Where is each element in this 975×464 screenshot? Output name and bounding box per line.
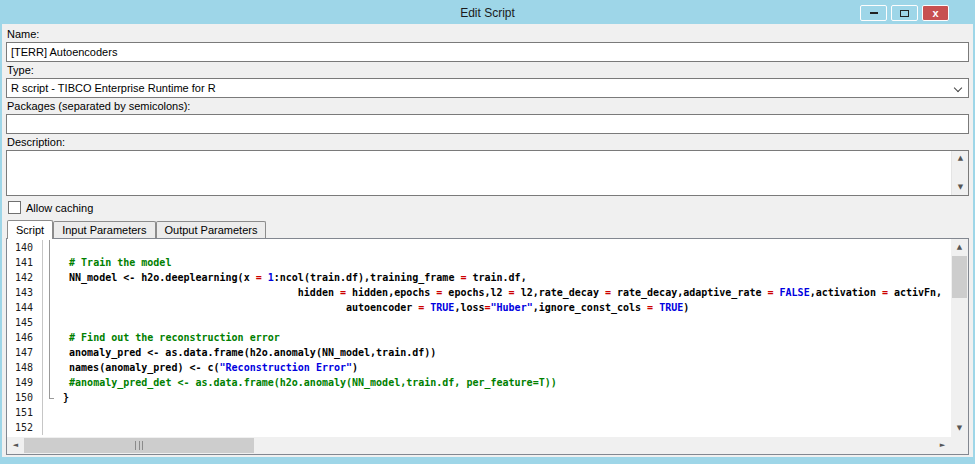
fold-margin <box>43 375 57 390</box>
fold-margin <box>43 390 57 405</box>
titlebar[interactable]: Edit Script x <box>2 2 973 24</box>
chevron-down-icon <box>954 84 962 92</box>
window-title: Edit Script <box>460 6 515 20</box>
code-line: 148 names(anomaly_pred) <- c("Reconstruc… <box>7 360 951 375</box>
maximize-icon <box>900 10 909 17</box>
scroll-down-icon[interactable]: ▼ <box>952 180 969 195</box>
code-line: 152 <box>7 420 951 435</box>
tab-input-parameters[interactable]: Input Parameters <box>53 221 155 238</box>
fold-margin <box>43 330 57 345</box>
code-line: 149 #anomaly_pred_det <- as.data.frame(h… <box>7 375 951 390</box>
description-label: Description: <box>7 136 969 149</box>
scrollbar-corner <box>951 437 968 454</box>
name-input[interactable] <box>6 42 969 62</box>
fold-margin <box>43 360 57 375</box>
line-number: 140 <box>7 240 43 255</box>
tab-bar: ScriptInput ParametersOutput Parameters <box>6 219 969 238</box>
line-number: 148 <box>7 360 43 375</box>
packages-label: Packages (separated by semicolons): <box>7 100 969 113</box>
editor-vertical-scrollbar[interactable]: ▲ ▼ <box>951 239 968 437</box>
dialog-body: Name: Type: R script - TIBCO Enterprise … <box>2 24 973 457</box>
line-number: 152 <box>7 420 43 435</box>
packages-input[interactable] <box>6 114 969 134</box>
line-number: 146 <box>7 330 43 345</box>
code-line: 145 <box>7 315 951 330</box>
close-icon: x <box>932 8 938 19</box>
type-label: Type: <box>7 64 969 77</box>
code-line: 140 <box>7 240 951 255</box>
tab-script[interactable]: Script <box>7 220 53 239</box>
line-number: 142 <box>7 270 43 285</box>
edit-script-dialog: Edit Script x Name: Type: R script - TIB… <box>0 0 975 464</box>
allow-caching-label[interactable]: Allow caching <box>26 202 93 214</box>
description-input[interactable]: ▲ ▼ <box>6 150 969 196</box>
close-button[interactable]: x <box>922 5 949 21</box>
type-dropdown-value: R script - TIBCO Enterprise Runtime for … <box>11 82 216 94</box>
scroll-grip-icon <box>135 441 143 450</box>
code-line: 143 hidden = hidden,epochs = epochs,l2 =… <box>7 285 951 300</box>
line-number: 151 <box>7 405 43 420</box>
code-line: 147 anomaly_pred <- as.data.frame(h2o.an… <box>7 345 951 360</box>
code-line: 144 autoencoder = TRUE,loss="Huber",igno… <box>7 300 951 315</box>
tab-output-parameters[interactable]: Output Parameters <box>156 221 267 238</box>
line-number: 149 <box>7 375 43 390</box>
vertical-scroll-thumb[interactable] <box>952 256 967 298</box>
code-editor[interactable]: 140141 # Train the model142 NN_model <- … <box>7 240 951 437</box>
description-text <box>7 151 951 195</box>
code-line: 141 # Train the model <box>7 255 951 270</box>
line-number: 144 <box>7 300 43 315</box>
scroll-left-icon[interactable]: ◄ <box>7 437 24 454</box>
fold-margin <box>43 405 57 420</box>
code-line: 142 NN_model <- h2o.deeplearning(x = 1:n… <box>7 270 951 285</box>
fold-margin <box>43 255 57 270</box>
code-line: 146 # Find out the reconstruction error <box>7 330 951 345</box>
fold-margin <box>43 345 57 360</box>
horizontal-scroll-thumb[interactable] <box>24 438 254 453</box>
line-number: 143 <box>7 285 43 300</box>
fold-margin <box>43 315 57 330</box>
line-number: 145 <box>7 315 43 330</box>
description-scrollbar[interactable]: ▲ ▼ <box>951 151 968 195</box>
allow-caching-checkbox[interactable] <box>8 201 21 214</box>
fold-margin <box>43 240 57 255</box>
scroll-up-icon[interactable]: ▲ <box>952 151 969 166</box>
line-number: 150 <box>7 390 43 405</box>
name-label: Name: <box>7 28 969 41</box>
fold-margin <box>43 270 57 285</box>
script-panel: 140141 # Train the model142 NN_model <- … <box>6 238 969 455</box>
fold-margin <box>43 300 57 315</box>
scroll-right-icon[interactable]: ► <box>934 437 951 454</box>
scroll-up-icon[interactable]: ▲ <box>951 239 968 256</box>
code-line: 151 <box>7 405 951 420</box>
code-line: 150 } <box>7 390 951 405</box>
fold-margin <box>43 285 57 300</box>
line-number: 147 <box>7 345 43 360</box>
fold-margin <box>43 420 57 435</box>
minimize-button[interactable] <box>860 5 887 21</box>
editor-horizontal-scrollbar[interactable]: ◄ ► <box>7 437 951 454</box>
scroll-down-icon[interactable]: ▼ <box>951 420 968 437</box>
type-dropdown[interactable]: R script - TIBCO Enterprise Runtime for … <box>6 78 969 98</box>
maximize-button[interactable] <box>891 5 918 21</box>
minimize-icon <box>870 12 878 14</box>
allow-caching-row: Allow caching <box>6 200 969 215</box>
line-number: 141 <box>7 255 43 270</box>
window-controls: x <box>860 5 949 21</box>
